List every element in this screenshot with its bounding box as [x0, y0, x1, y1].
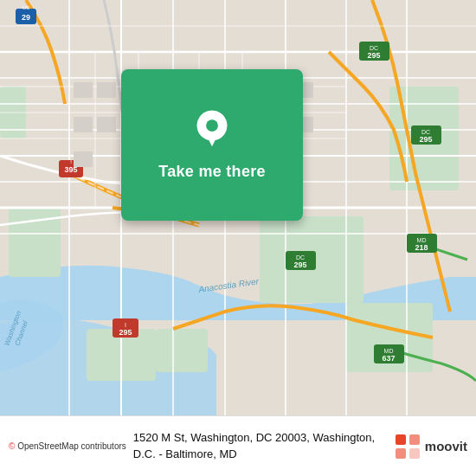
- svg-text:US: US: [23, 5, 29, 10]
- svg-rect-7: [156, 329, 208, 372]
- svg-text:DC: DC: [421, 129, 430, 135]
- moovit-text: moovit: [425, 439, 467, 453]
- svg-text:637: 637: [382, 354, 395, 363]
- svg-point-78: [206, 119, 218, 132]
- map-area: 29 US 395 I 695 DC 295 DC 295 DC 295 I 2…: [0, 0, 476, 415]
- svg-text:DC: DC: [296, 254, 305, 261]
- take-me-there-button[interactable]: Take me there: [121, 69, 303, 221]
- svg-text:295: 295: [119, 328, 132, 337]
- address-block: 1520 M St, Washington, DC 20003, Washing…: [133, 430, 389, 461]
- take-me-there-label: Take me there: [158, 163, 266, 181]
- svg-rect-65: [97, 117, 116, 132]
- bottom-bar: © OpenStreetMap contributors 1520 M St, …: [0, 415, 476, 476]
- svg-rect-82: [409, 434, 420, 445]
- svg-rect-60: [74, 82, 93, 98]
- svg-text:218: 218: [415, 243, 428, 252]
- svg-text:I: I: [125, 322, 126, 328]
- svg-text:29: 29: [22, 13, 30, 22]
- svg-text:295: 295: [367, 51, 380, 60]
- svg-rect-74: [74, 151, 93, 167]
- svg-text:295: 295: [293, 261, 306, 269]
- address-text: 1520 M St, Washington, DC 20003, Washing…: [133, 430, 389, 461]
- svg-rect-83: [396, 448, 406, 459]
- svg-text:DC: DC: [370, 45, 378, 51]
- svg-text:MD: MD: [384, 348, 394, 354]
- osm-copyright-icon: © OpenStreetMap contributors: [9, 441, 126, 451]
- moovit-icon: [394, 433, 421, 460]
- svg-text:295: 295: [419, 135, 432, 144]
- osm-attribution: © OpenStreetMap contributors: [9, 441, 126, 451]
- svg-rect-84: [409, 448, 420, 459]
- svg-rect-81: [396, 434, 406, 445]
- svg-rect-64: [74, 117, 93, 132]
- moovit-logo: moovit: [394, 433, 467, 460]
- location-pin-icon: [190, 109, 235, 154]
- svg-rect-61: [97, 82, 116, 98]
- svg-text:MD: MD: [417, 237, 427, 243]
